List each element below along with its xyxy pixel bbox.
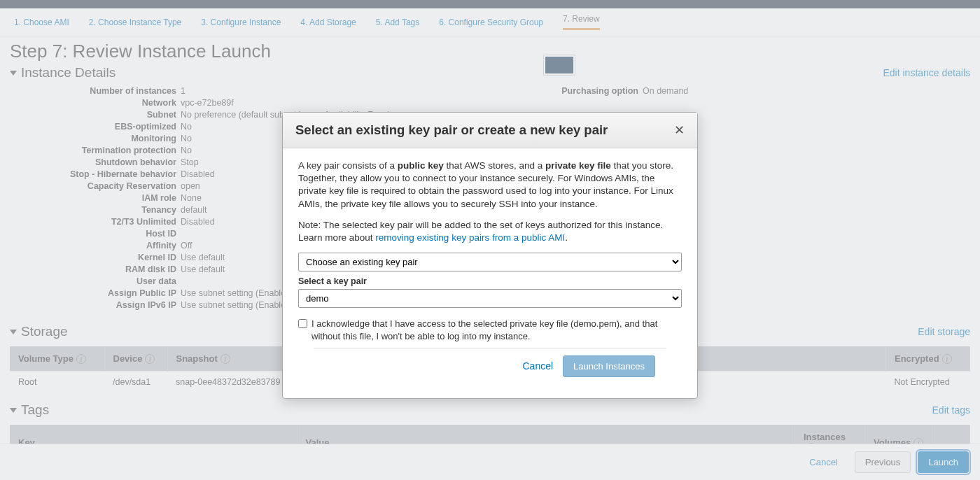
select-keypair-label: Select a key pair xyxy=(298,276,682,288)
launch-instances-button[interactable]: Launch Instances xyxy=(563,355,655,377)
remove-keypair-link[interactable]: removing existing key pairs from a publi… xyxy=(375,232,565,243)
keypair-mode-select[interactable]: Choose an existing key pair xyxy=(298,253,682,271)
keypair-modal: Select an existing key pair or create a … xyxy=(282,112,698,399)
modal-title: Select an existing key pair or create a … xyxy=(295,122,608,138)
modal-note: Note: The selected key pair will be adde… xyxy=(298,219,682,244)
acknowledge-checkbox[interactable] xyxy=(298,319,307,328)
modal-cancel-button[interactable]: Cancel xyxy=(523,360,554,373)
close-icon[interactable]: ✕ xyxy=(674,122,685,138)
acknowledge-text: I acknowledge that I have access to the … xyxy=(312,318,682,342)
modal-paragraph-1: A key pair consists of a public key that… xyxy=(298,160,682,211)
keypair-select[interactable]: demo xyxy=(298,289,682,308)
